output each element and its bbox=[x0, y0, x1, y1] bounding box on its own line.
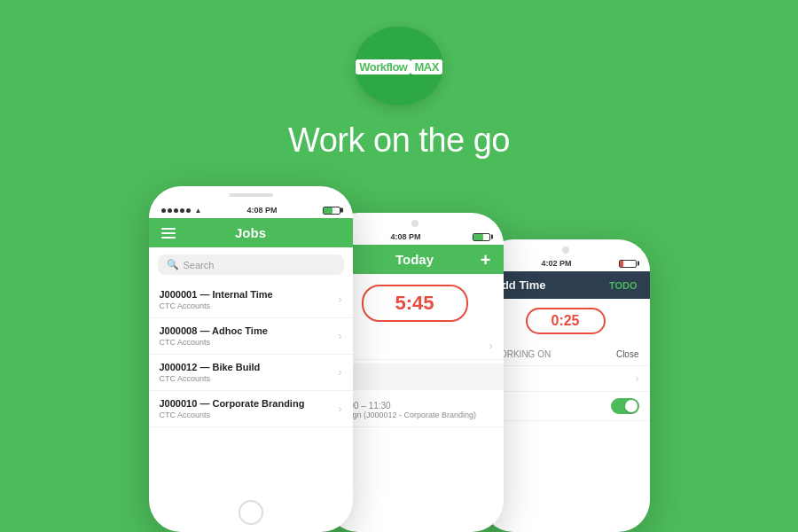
search-placeholder: Search bbox=[184, 260, 215, 270]
job-title-4: J000010 — Corporate Branding bbox=[160, 398, 339, 409]
middle-header-title: Today bbox=[395, 252, 434, 267]
chevron-icon-2: › bbox=[339, 330, 342, 342]
phone-right-status-bar: 4:02 PM bbox=[481, 254, 650, 271]
middle-battery-fill bbox=[473, 234, 483, 240]
main-header-title: Jobs bbox=[235, 225, 266, 240]
right-battery-bar bbox=[619, 260, 637, 268]
job-item-2[interactable]: J000008 — Adhoc Time CTC Accounts › bbox=[149, 318, 353, 355]
phone-middle: 4:08 PM Today + 5:45 rant › 10:00 – 11:3… bbox=[326, 213, 504, 532]
done-button[interactable]: TODO bbox=[609, 280, 638, 291]
logo-max-badge: MAX bbox=[411, 59, 442, 74]
wifi-icon: ▲ bbox=[195, 207, 202, 215]
phones-container: ▲ 4:08 PM Jobs 🔍 Search bbox=[0, 186, 798, 532]
dot-5 bbox=[186, 208, 191, 213]
middle-status-time: 4:08 PM bbox=[390, 232, 420, 241]
main-status-time: 4:08 PM bbox=[246, 206, 277, 215]
job-item-1[interactable]: J000001 — Internal Time CTC Accounts › bbox=[149, 282, 353, 318]
phone-main: ▲ 4:08 PM Jobs 🔍 Search bbox=[149, 186, 353, 532]
hamburger-line-3 bbox=[161, 237, 176, 239]
dot-2 bbox=[168, 208, 172, 213]
right-timer: 0:25 bbox=[526, 308, 606, 334]
time-entry-chevron: › bbox=[489, 340, 493, 352]
phone-right-screen: 4:02 PM Add Time TODO 0:25 WORKING ON Cl… bbox=[481, 239, 650, 532]
phone-right: 4:02 PM Add Time TODO 0:25 WORKING ON Cl… bbox=[481, 239, 650, 532]
dot-1 bbox=[161, 208, 166, 213]
job-info-1: J000001 — Internal Time CTC Accounts bbox=[160, 289, 339, 310]
right-app-header: Add Time TODO bbox=[481, 271, 650, 299]
job-info-2: J000008 — Adhoc Time CTC Accounts bbox=[160, 325, 339, 347]
phone-middle-indicator bbox=[411, 220, 419, 227]
right-row-1-value: Close bbox=[616, 349, 639, 359]
time-row-2[interactable]: 10:00 – 11:30 Design (J000012 - Corporat… bbox=[326, 394, 504, 427]
plus-button[interactable]: + bbox=[481, 251, 491, 269]
tagline: Work on the go bbox=[288, 121, 510, 160]
logo-workflow: Workflow bbox=[356, 59, 411, 74]
right-chevron: › bbox=[636, 372, 639, 385]
battery-fill bbox=[324, 207, 333, 214]
middle-timer: 5:45 bbox=[362, 285, 468, 322]
middle-app-header: Today + bbox=[326, 245, 504, 274]
job-title-1: J000001 — Internal Time bbox=[160, 289, 339, 300]
right-status-time: 4:02 PM bbox=[541, 259, 571, 268]
phone-middle-screen: 4:08 PM Today + 5:45 rant › 10:00 – 11:3… bbox=[326, 213, 504, 532]
battery-bar bbox=[323, 207, 340, 215]
hamburger-line-2 bbox=[161, 232, 176, 234]
phone-main-speaker bbox=[229, 193, 273, 197]
time-entry-row[interactable]: rant › bbox=[326, 332, 504, 360]
time-entry-time: 10:00 – 11:30 bbox=[337, 401, 477, 411]
job-title-3: J000012 — Bike Build bbox=[160, 362, 339, 372]
job-title-2: J000008 — Adhoc Time bbox=[160, 325, 339, 336]
job-subtitle-1: CTC Accounts bbox=[160, 301, 339, 310]
phone-home-inner bbox=[240, 502, 262, 523]
job-info-3: J000012 — Bike Build CTC Accounts bbox=[160, 362, 339, 383]
hamburger-icon[interactable] bbox=[161, 228, 176, 239]
job-info-4: J000010 — Corporate Branding CTC Account… bbox=[160, 398, 339, 419]
phone-home-button[interactable] bbox=[239, 500, 263, 525]
hamburger-line-1 bbox=[161, 228, 176, 230]
chevron-icon-1: › bbox=[339, 293, 342, 306]
right-battery-fill bbox=[620, 261, 623, 267]
phone-main-status-bar: ▲ 4:08 PM bbox=[149, 200, 353, 218]
toggle-switch[interactable] bbox=[611, 398, 639, 414]
right-row-2[interactable]: ing › bbox=[481, 366, 650, 392]
time-entry-desc: Design (J000012 - Corporate Branding) bbox=[337, 411, 477, 419]
logo-text: WorkflowMAX bbox=[356, 59, 442, 74]
right-row-1[interactable]: WORKING ON Close bbox=[481, 343, 650, 366]
phone-middle-status-bar: 4:08 PM bbox=[326, 227, 504, 245]
signal-dots: ▲ bbox=[161, 207, 202, 215]
chevron-icon-3: › bbox=[339, 366, 342, 379]
chevron-icon-4: › bbox=[339, 403, 342, 415]
phone-main-screen: ▲ 4:08 PM Jobs 🔍 Search bbox=[149, 186, 353, 532]
middle-battery-bar bbox=[473, 233, 490, 241]
right-row-3[interactable] bbox=[481, 392, 650, 421]
time-row-2-content: 10:00 – 11:30 Design (J000012 - Corporat… bbox=[337, 401, 477, 419]
job-item-3[interactable]: J000012 — Bike Build CTC Accounts › bbox=[149, 355, 353, 391]
job-subtitle-4: CTC Accounts bbox=[160, 411, 339, 419]
job-subtitle-3: CTC Accounts bbox=[160, 374, 339, 383]
job-item-4[interactable]: J000010 — Corporate Branding CTC Account… bbox=[149, 391, 353, 427]
logo-circle: WorkflowMAX bbox=[355, 27, 443, 106]
main-app-header: Jobs bbox=[149, 218, 353, 247]
job-list: J000001 — Internal Time CTC Accounts › J… bbox=[149, 282, 353, 496]
empty-row bbox=[326, 364, 504, 390]
phone-right-indicator bbox=[562, 246, 569, 254]
search-icon: 🔍 bbox=[167, 259, 179, 270]
dot-3 bbox=[174, 208, 178, 213]
search-bar[interactable]: 🔍 Search bbox=[158, 254, 344, 275]
dot-4 bbox=[180, 208, 184, 213]
job-subtitle-2: CTC Accounts bbox=[160, 338, 339, 347]
